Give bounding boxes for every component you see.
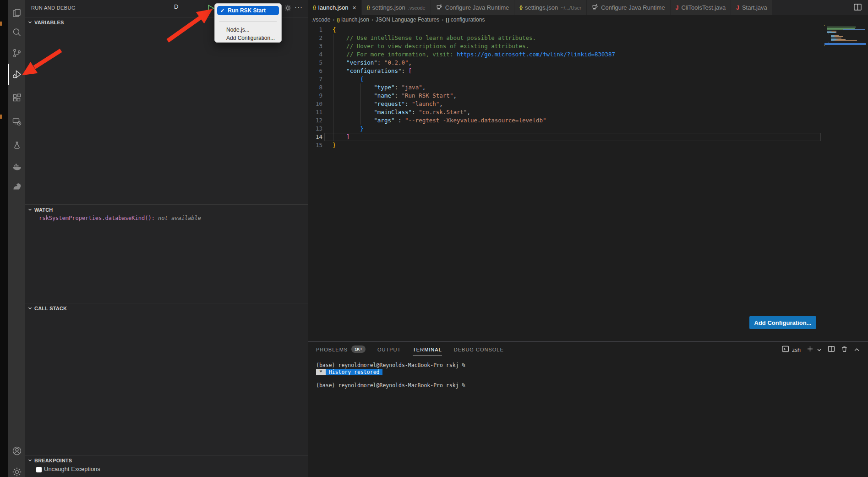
uncaught-exceptions-checkbox[interactable]	[36, 467, 42, 472]
settings-icon[interactable]	[8, 461, 25, 477]
debug-config-menu: ✓ Run RSK Start Node.js... Add Configura…	[214, 3, 282, 43]
kill-terminal-icon[interactable]	[841, 345, 848, 354]
panel-tab-terminal[interactable]: TERMINAL	[413, 342, 442, 356]
search-icon[interactable]	[8, 22, 25, 43]
line-number[interactable]: 11	[308, 108, 322, 116]
minimap-line	[824, 38, 866, 38]
menu-item-nodejs[interactable]: Node.js...	[226, 27, 250, 33]
terminal-output[interactable]: (base) reynoldmorel@Reynolds-MacBook-Pro…	[316, 362, 465, 389]
line-number[interactable]: 12	[308, 116, 322, 125]
terminal-line: (base) reynoldmorel@Reynolds-MacBook-Pro…	[316, 362, 465, 369]
panel-tab-debug-console[interactable]: DEBUG CONSOLE	[454, 342, 504, 356]
terminal-shell-icon[interactable]	[782, 345, 789, 354]
editor-tab-bar: {}launch.json×{}settings.json.vscodeConf…	[308, 0, 868, 15]
code-line-3[interactable]: 3 // Hover to view descriptions of exist…	[308, 42, 821, 50]
accounts-icon[interactable]	[8, 440, 25, 461]
tab-settings-json-3[interactable]: {}settings.json~/.../User	[514, 0, 587, 15]
tab-configure-java-runtime-4[interactable]: Configure Java Runtime	[587, 0, 670, 15]
menu-item-run-rsk-start[interactable]: ✓ Run RSK Start	[217, 6, 279, 15]
line-number[interactable]: 7	[308, 75, 322, 83]
line-number[interactable]: 6	[308, 67, 322, 75]
activity-bar	[8, 0, 25, 477]
source-control-icon[interactable]	[8, 43, 25, 64]
split-editor-icon[interactable]	[854, 4, 862, 12]
new-terminal-icon[interactable]	[807, 345, 813, 354]
tab-clitoolstest-java-5[interactable]: JCliToolsTest.java	[671, 0, 732, 15]
line-number[interactable]: 8	[308, 83, 322, 92]
close-tab-icon[interactable]: ×	[353, 4, 356, 11]
breadcrumb-separator: ›	[371, 16, 373, 23]
line-number[interactable]: 15	[308, 141, 322, 149]
section-call-stack[interactable]: CALL STACK	[25, 303, 308, 313]
minimap-line	[824, 36, 866, 37]
more-actions-icon[interactable]: ···	[295, 3, 303, 11]
code-line-13[interactable]: 13 }	[308, 125, 821, 133]
code-line-8[interactable]: 8 "type": "java",	[308, 83, 821, 92]
code-line-10[interactable]: 10 "request": "launch",	[308, 100, 821, 108]
explorer-icon[interactable]	[8, 3, 25, 24]
gradle-icon[interactable]	[8, 175, 25, 197]
sidebar-title: RUN AND DEBUG	[31, 0, 76, 16]
split-terminal-icon[interactable]	[828, 345, 835, 354]
docker-icon[interactable]	[8, 156, 25, 177]
code-line-2[interactable]: 2 // Use IntelliSense to learn about pos…	[308, 34, 821, 42]
maximize-panel-icon[interactable]	[854, 346, 860, 354]
panel-actions: zsh	[782, 345, 860, 354]
code-text: "request": "launch",	[324, 100, 821, 108]
line-number[interactable]: 9	[308, 92, 322, 100]
breadcrumb-json-language-features[interactable]: JSON Language Features	[376, 16, 439, 23]
code-line-9[interactable]: 9 "name": "Run RSK Start",	[308, 92, 821, 100]
code-line-1[interactable]: 1{	[308, 26, 821, 34]
add-configuration-button[interactable]: Add Configuration...	[749, 316, 816, 329]
minimap-line	[824, 42, 866, 43]
testing-icon[interactable]	[8, 135, 25, 156]
line-number[interactable]: 13	[308, 125, 322, 133]
tab-launch-json-0[interactable]: {}launch.json×	[308, 0, 362, 15]
watch-expression[interactable]: rskSystemProperties.databaseKind(): not …	[39, 215, 201, 221]
menu-item-add-configuration[interactable]: Add Configuration...	[226, 35, 275, 41]
breadcrumb: .vscode›{}launch.json›JSON Language Feat…	[311, 15, 485, 24]
line-number[interactable]: 1	[308, 26, 322, 34]
json-icon: {}	[367, 5, 370, 10]
tab-configure-java-runtime-2[interactable]: Configure Java Runtime	[431, 0, 514, 15]
gear-icon[interactable]	[284, 4, 292, 14]
launch-profile-chevron-icon[interactable]	[817, 346, 822, 354]
shell-name[interactable]: zsh	[792, 347, 801, 353]
line-number[interactable]: 14	[308, 133, 322, 141]
remote-explorer-icon[interactable]	[8, 111, 25, 132]
run-and-debug-icon[interactable]	[8, 64, 25, 85]
section-breakpoints[interactable]: BREAKPOINTS	[25, 455, 308, 465]
line-number[interactable]: 10	[308, 100, 322, 108]
panel-tab-output[interactable]: OUTPUT	[377, 342, 401, 356]
line-number[interactable]: 3	[308, 42, 322, 50]
code-line-11[interactable]: 11 "mainClass": "co.rsk.Start",	[308, 108, 821, 116]
code-line-4[interactable]: 4 // For more information, visit: https:…	[308, 50, 821, 59]
code-text: "mainClass": "co.rsk.Start",	[324, 108, 821, 116]
code-line-5[interactable]: 5 "version": "0.2.0",	[308, 59, 821, 67]
json-icon: {}	[337, 17, 339, 22]
line-number[interactable]: 5	[308, 59, 322, 67]
code-text: "version": "0.2.0",	[324, 59, 821, 67]
line-number[interactable]: 2	[308, 34, 322, 42]
code-line-15[interactable]: 15}	[308, 141, 821, 149]
breadcrumb-configurations[interactable]: [ ]configurations	[446, 16, 485, 23]
code-text: // Hover to view descriptions of existin…	[324, 42, 821, 50]
breadcrumb-vscode[interactable]: .vscode	[311, 16, 330, 23]
code-line-6[interactable]: 6 "configurations": [	[308, 67, 821, 75]
vscode-window: RUN AND DEBUG ··· VARIABLES WATCH CALL S…	[0, 0, 868, 477]
java-runtime-cup-icon	[592, 4, 598, 12]
section-watch[interactable]: WATCH	[25, 204, 308, 214]
code-editor[interactable]: 1{2 // Use IntelliSense to learn about p…	[308, 26, 821, 149]
code-line-14[interactable]: 14 ]	[308, 133, 821, 141]
tab-settings-json-1[interactable]: {}settings.json.vscode	[362, 0, 431, 15]
extensions-icon[interactable]	[8, 88, 25, 109]
code-line-7[interactable]: 7 {	[308, 75, 821, 83]
tab-start-java-6[interactable]: JStart.java	[731, 0, 773, 15]
minimap-line	[824, 33, 866, 34]
line-number[interactable]: 4	[308, 50, 322, 59]
minimap-line	[824, 35, 866, 36]
code-line-12[interactable]: 12 "args" : "--regtest -Xkeyvalue.dataso…	[308, 116, 821, 125]
breadcrumb-launch-json[interactable]: {}launch.json	[337, 16, 369, 23]
minimap[interactable]	[824, 25, 866, 47]
panel-tab-problems[interactable]: PROBLEMS1K+	[316, 342, 366, 356]
